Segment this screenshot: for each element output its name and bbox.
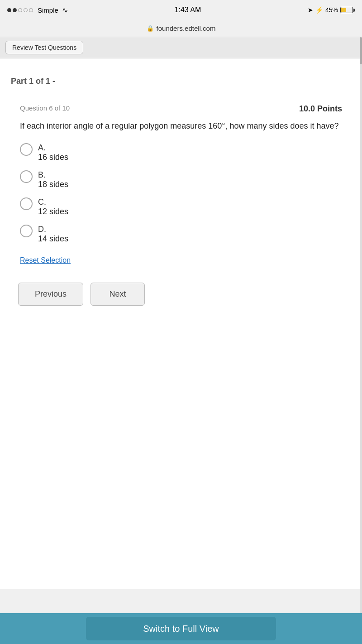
option-label-c: C.	[38, 197, 68, 207]
address-bar[interactable]: 🔒 founders.edtell.com	[0, 20, 362, 37]
question-number: Question 6 of 10	[20, 104, 70, 112]
radio-b[interactable]	[20, 170, 33, 183]
signal-icon	[7, 8, 33, 12]
answer-option-c[interactable]: C. 12 sides	[20, 197, 342, 216]
clock: 1:43 AM	[175, 6, 201, 14]
carrier-name: Simple	[38, 6, 58, 14]
bluetooth-icon: ⚡	[315, 6, 323, 14]
option-value-b: 18 sides	[38, 180, 68, 189]
status-right: ➤ ⚡ 45%	[308, 6, 355, 14]
option-label-a: A.	[38, 143, 68, 153]
scrollbar-thumb[interactable]	[360, 37, 362, 64]
previous-button[interactable]: Previous	[18, 283, 83, 306]
navigation-buttons: Previous Next	[11, 274, 351, 315]
question-header: Question 6 of 10 10.0 Points	[20, 104, 342, 114]
answer-option-d[interactable]: D. 14 sides	[20, 225, 342, 244]
question-points: 10.0 Points	[299, 104, 342, 114]
bottom-space	[11, 315, 351, 469]
switch-to-full-view-button[interactable]: Switch to Full View	[86, 617, 276, 640]
option-value-a: 16 sides	[38, 153, 68, 162]
lock-icon: 🔒	[147, 25, 154, 32]
url-text: founders.edtell.com	[157, 24, 216, 32]
main-content: Part 1 of 1 - Question 6 of 10 10.0 Poin…	[0, 58, 362, 589]
radio-a[interactable]	[20, 143, 33, 156]
option-value-c: 12 sides	[38, 207, 68, 216]
option-value-d: 14 sides	[38, 234, 68, 244]
nav-bar: Review Test Questions	[0, 37, 362, 58]
radio-d[interactable]	[20, 225, 33, 237]
question-text: If each interior angle of a regular poly…	[20, 120, 342, 132]
answer-option-b[interactable]: B. 18 sides	[20, 170, 342, 189]
option-label-d: D.	[38, 225, 68, 234]
reset-selection-link[interactable]: Reset Selection	[20, 256, 71, 264]
footer: Switch to Full View	[0, 613, 362, 644]
part-label: Part 1 of 1 -	[11, 77, 351, 86]
option-label-b: B.	[38, 170, 68, 180]
location-icon: ➤	[308, 6, 313, 14]
radio-c[interactable]	[20, 197, 33, 210]
scrollbar[interactable]	[360, 37, 362, 613]
question-card: Question 6 of 10 10.0 Points If each int…	[11, 100, 351, 274]
battery-percentage: 45%	[325, 6, 338, 14]
status-bar: Simple ∿ 1:43 AM ➤ ⚡ 45%	[0, 0, 362, 20]
wifi-icon: ∿	[62, 6, 68, 14]
status-left: Simple ∿	[7, 6, 68, 14]
battery-icon	[340, 7, 355, 13]
review-test-questions-button[interactable]: Review Test Questions	[5, 41, 83, 54]
answer-option-a[interactable]: A. 16 sides	[20, 143, 342, 162]
next-button[interactable]: Next	[90, 283, 145, 306]
